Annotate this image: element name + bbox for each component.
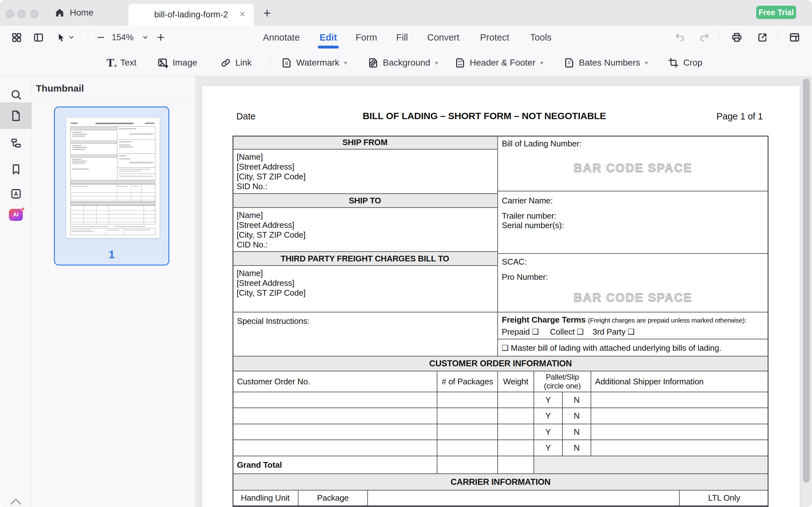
pallet-no[interactable]: N — [563, 392, 591, 407]
tab-form[interactable]: Form — [352, 26, 380, 49]
zoom-out-button[interactable] — [94, 26, 108, 49]
outline-panel-button[interactable] — [0, 131, 32, 154]
image-tool-button[interactable]: Image — [157, 49, 197, 76]
col-packages[interactable]: # of Packages — [438, 372, 497, 392]
ship-to-body[interactable]: [Name] [Street Address] [City, ST ZIP Co… — [233, 208, 497, 252]
window-close-button[interactable] — [6, 10, 14, 18]
carrier-name-label[interactable]: Carrier Name: — [502, 196, 553, 206]
document-tab[interactable]: bill-of-lading-form-2 × — [129, 4, 254, 25]
window-zoom-button[interactable] — [30, 10, 38, 18]
tab-tools[interactable]: Tools — [526, 26, 555, 49]
third-party-checkbox[interactable]: ❑ — [628, 327, 635, 336]
freight-terms-cell[interactable]: Freight Charge Terms (Freight charges ar… — [497, 313, 768, 339]
page-count-label[interactable]: Page 1 of 1 — [678, 111, 763, 122]
customer-order-row[interactable]: Y N — [233, 392, 768, 408]
crop-tool-button[interactable]: Crop — [668, 49, 703, 76]
pallet-yes[interactable]: Y — [534, 408, 562, 424]
customer-order-section-header[interactable]: CUSTOMER ORDER INFORMATION — [233, 356, 768, 372]
special-instructions-cell[interactable]: Special Instructions: — [233, 313, 497, 356]
previous-page-button[interactable] — [0, 498, 32, 505]
zoom-level-value[interactable]: 154% — [112, 26, 134, 49]
window-minimize-button[interactable] — [17, 10, 26, 18]
carrier-name-cell[interactable]: Carrier Name: Trailer number: Serial num… — [497, 191, 768, 254]
ship-from-city[interactable]: [City, ST ZIP Code] — [237, 172, 493, 181]
master-bol-cell[interactable]: ❑ Master bill of lading with attached un… — [497, 339, 768, 356]
tab-protect[interactable]: Protect — [476, 26, 513, 49]
customer-order-row[interactable]: Y N — [233, 424, 768, 440]
pallet-no[interactable]: N — [563, 408, 591, 424]
freight-3rd-party-label[interactable]: 3rd Party — [593, 327, 625, 337]
serial-numbers-label[interactable]: Serial number(s): — [502, 221, 564, 230]
bol-number-cell[interactable]: Bill of Lading Number: BAR CODE SPACE — [497, 135, 768, 191]
bol-number-label[interactable]: Bill of Lading Number: — [502, 139, 581, 149]
ship-to-name[interactable]: [Name] — [237, 210, 493, 220]
annotation-panel-button[interactable]: A — [0, 182, 32, 205]
link-tool-button[interactable]: Link — [220, 49, 252, 76]
background-tool-button[interactable]: Background ▾ — [367, 49, 438, 76]
zoom-in-button[interactable] — [154, 26, 168, 49]
select-tool-button[interactable] — [55, 26, 77, 49]
pallet-yes[interactable]: Y — [534, 424, 562, 440]
bates-numbers-tool-button[interactable]: # Bates Numbers ▾ — [563, 49, 648, 76]
carrier-info-section-header[interactable]: CARRIER INFORMATION — [233, 474, 768, 491]
scac-label[interactable]: SCAC: — [502, 257, 526, 267]
home-tab[interactable]: Home — [54, 0, 94, 25]
text-tool-button[interactable]: T+ Text — [105, 49, 136, 76]
page-thumbnail[interactable]: 1 — [54, 107, 169, 266]
col-additional-info[interactable]: Additional Shipper Information — [595, 372, 704, 392]
close-tab-icon[interactable]: × — [237, 8, 248, 20]
pdf-page[interactable]: Date BILL OF LADING – SHORT FORM – NOT N… — [202, 86, 800, 507]
ship-to-city[interactable]: [City, ST ZIP Code] — [237, 230, 493, 240]
col-pallet-slip[interactable]: Pallet/Slip(circle one) — [534, 372, 591, 392]
ship-to-street[interactable]: [Street Address] — [237, 220, 493, 230]
tab-annotate[interactable]: Annotate — [259, 26, 304, 49]
third-party-name[interactable]: [Name] — [237, 268, 493, 278]
ship-from-header[interactable]: SHIP FROM — [233, 135, 497, 150]
redo-button[interactable] — [697, 26, 712, 49]
pallet-no[interactable]: N — [563, 440, 591, 456]
ship-to-header[interactable]: SHIP TO — [233, 194, 497, 208]
new-tab-button[interactable]: + — [260, 6, 274, 20]
undo-button[interactable] — [672, 26, 688, 49]
prepaid-checkbox[interactable]: ❑ — [532, 327, 539, 336]
free-trial-button[interactable]: Free Trial — [756, 6, 796, 19]
freight-terms-options[interactable]: Prepaid ❑ Collect ❑ 3rd Party ❑ — [502, 327, 635, 337]
third-party-city[interactable]: [City, ST ZIP Code] — [237, 288, 493, 298]
special-instructions-label[interactable]: Special Instructions: — [237, 316, 309, 326]
header-footer-tool-button[interactable]: Header & Footer ▾ — [454, 49, 543, 76]
trailer-number-label[interactable]: Trailer number: — [502, 211, 556, 221]
freight-prepaid-label[interactable]: Prepaid — [502, 327, 530, 337]
ship-from-body[interactable]: [Name] [Street Address] [City, ST ZIP Co… — [233, 150, 497, 194]
ship-from-street[interactable]: [Street Address] — [237, 162, 493, 172]
master-bol-checkbox[interactable]: ❑ — [502, 343, 508, 352]
grand-total-label[interactable]: Grand Total — [237, 456, 282, 473]
pro-number-label[interactable]: Pro Number: — [502, 272, 548, 282]
ai-assistant-button[interactable]: AI✦ — [0, 204, 32, 226]
ship-from-sid[interactable]: SID No.: — [237, 181, 493, 191]
customer-order-row[interactable]: Y N — [233, 408, 768, 424]
vertical-scrollbar-thumb[interactable] — [803, 78, 810, 483]
pallet-yes[interactable]: Y — [534, 392, 562, 407]
freight-terms-title[interactable]: Freight Charge Terms (Freight charges ar… — [502, 315, 746, 325]
toggle-sidebar-button[interactable] — [32, 26, 45, 49]
scac-cell[interactable]: SCAC: Pro Number: BAR CODE SPACE — [497, 254, 768, 313]
handling-unit-label[interactable]: Handling Unit — [233, 491, 298, 505]
master-bol-line[interactable]: ❑ Master bill of lading with attached un… — [502, 343, 721, 353]
thumbnail-panel-button[interactable] — [0, 104, 32, 127]
col-customer-order-no[interactable]: Customer Order No. — [237, 372, 310, 392]
col-weight[interactable]: Weight — [498, 372, 534, 392]
share-export-button[interactable] — [754, 26, 771, 49]
zoom-level-dropdown[interactable] — [139, 26, 152, 49]
bookmark-panel-button[interactable] — [0, 158, 32, 181]
print-button[interactable] — [728, 26, 745, 49]
third-party-street[interactable]: [Street Address] — [237, 278, 493, 288]
tab-fill[interactable]: Fill — [393, 26, 411, 49]
collect-checkbox[interactable]: ❑ — [577, 327, 583, 336]
tab-edit[interactable]: Edit — [317, 26, 339, 49]
tab-convert[interactable]: Convert — [423, 26, 463, 49]
page-layout-button[interactable] — [786, 26, 803, 49]
watermark-tool-button[interactable]: a Watermark ▾ — [281, 49, 347, 76]
freight-collect-label[interactable]: Collect — [550, 327, 575, 337]
grand-total-row[interactable]: Grand Total — [233, 456, 768, 474]
third-party-body[interactable]: [Name] [Street Address] [City, ST ZIP Co… — [233, 266, 497, 313]
